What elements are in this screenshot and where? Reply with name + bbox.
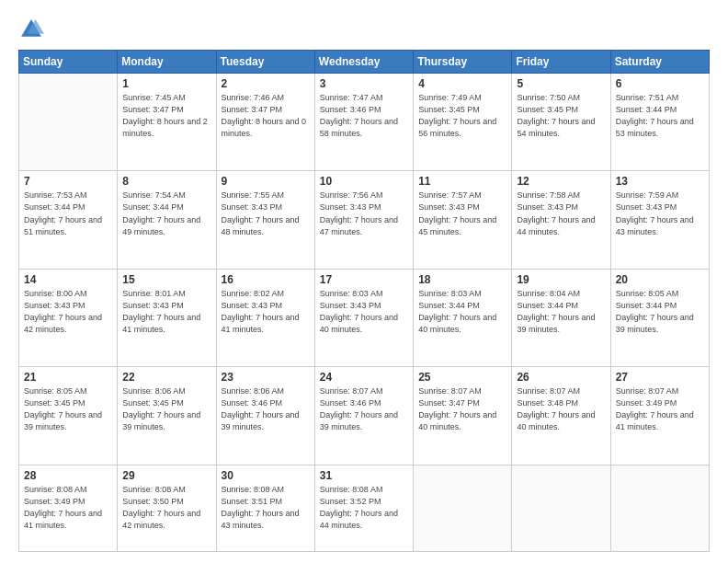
day-info: Sunrise: 8:03 AMSunset: 3:43 PMDaylight:… (320, 288, 408, 336)
day-info: Sunrise: 8:08 AMSunset: 3:50 PMDaylight:… (122, 484, 210, 532)
day-info: Sunrise: 8:08 AMSunset: 3:52 PMDaylight:… (320, 484, 408, 532)
day-info: Sunrise: 7:45 AMSunset: 3:47 PMDaylight:… (122, 92, 210, 140)
week-row-3: 14Sunrise: 8:00 AMSunset: 3:43 PMDayligh… (19, 269, 710, 366)
calendar-cell: 6Sunrise: 7:51 AMSunset: 3:44 PMDaylight… (610, 74, 709, 171)
calendar-cell: 15Sunrise: 8:01 AMSunset: 3:43 PMDayligh… (118, 269, 216, 366)
weekday-header-saturday: Saturday (610, 51, 709, 74)
calendar-cell: 25Sunrise: 8:07 AMSunset: 3:47 PMDayligh… (414, 367, 512, 465)
calendar-cell: 16Sunrise: 8:02 AMSunset: 3:43 PMDayligh… (216, 269, 314, 366)
day-number: 20 (616, 273, 704, 286)
day-info: Sunrise: 7:59 AMSunset: 3:43 PMDaylight:… (616, 190, 704, 237)
day-info: Sunrise: 7:53 AMSunset: 3:44 PMDaylight:… (24, 190, 112, 237)
calendar-cell: 21Sunrise: 8:05 AMSunset: 3:45 PMDayligh… (19, 367, 118, 465)
calendar-cell: 19Sunrise: 8:04 AMSunset: 3:44 PMDayligh… (512, 269, 610, 366)
calendar-cell: 18Sunrise: 8:03 AMSunset: 3:44 PMDayligh… (414, 269, 512, 366)
day-number: 22 (122, 371, 210, 384)
day-info: Sunrise: 7:55 AMSunset: 3:43 PMDaylight:… (222, 190, 310, 237)
day-info: Sunrise: 7:51 AMSunset: 3:44 PMDaylight:… (616, 92, 704, 140)
day-number: 30 (222, 469, 310, 482)
day-info: Sunrise: 7:50 AMSunset: 3:45 PMDaylight:… (517, 92, 605, 140)
day-number: 28 (24, 469, 112, 482)
day-number: 31 (320, 469, 408, 482)
day-number: 21 (24, 371, 112, 384)
logo-icon (18, 17, 44, 42)
day-info: Sunrise: 8:05 AMSunset: 3:44 PMDaylight:… (616, 288, 704, 336)
day-number: 29 (122, 469, 210, 482)
day-number: 23 (222, 371, 310, 384)
day-info: Sunrise: 7:49 AMSunset: 3:45 PMDaylight:… (418, 92, 506, 140)
day-number: 25 (418, 371, 506, 384)
day-number: 12 (517, 175, 605, 188)
calendar-cell: 13Sunrise: 7:59 AMSunset: 3:43 PMDayligh… (610, 171, 709, 269)
day-info: Sunrise: 7:56 AMSunset: 3:43 PMDaylight:… (320, 190, 408, 237)
day-info: Sunrise: 8:02 AMSunset: 3:43 PMDaylight:… (222, 288, 310, 336)
day-number: 8 (122, 175, 210, 188)
day-info: Sunrise: 7:54 AMSunset: 3:44 PMDaylight:… (122, 190, 210, 237)
calendar-cell: 26Sunrise: 8:07 AMSunset: 3:48 PMDayligh… (512, 367, 610, 465)
day-number: 16 (222, 273, 310, 286)
day-number: 3 (320, 77, 408, 90)
day-number: 27 (616, 371, 704, 384)
day-info: Sunrise: 8:08 AMSunset: 3:51 PMDaylight:… (222, 484, 310, 532)
day-number: 5 (517, 77, 605, 90)
calendar-cell: 2Sunrise: 7:46 AMSunset: 3:47 PMDaylight… (216, 74, 314, 171)
day-info: Sunrise: 8:04 AMSunset: 3:44 PMDaylight:… (517, 288, 605, 336)
day-number: 11 (418, 175, 506, 188)
day-info: Sunrise: 8:00 AMSunset: 3:43 PMDaylight:… (24, 288, 112, 336)
calendar-cell: 30Sunrise: 8:08 AMSunset: 3:51 PMDayligh… (216, 465, 314, 551)
calendar-cell: 22Sunrise: 8:06 AMSunset: 3:45 PMDayligh… (118, 367, 216, 465)
calendar-cell: 8Sunrise: 7:54 AMSunset: 3:44 PMDaylight… (118, 171, 216, 269)
calendar-cell (19, 74, 118, 171)
day-number: 7 (24, 175, 112, 188)
weekday-header-monday: Monday (118, 51, 216, 74)
weekday-header-friday: Friday (512, 51, 610, 74)
week-row-1: 1Sunrise: 7:45 AMSunset: 3:47 PMDaylight… (19, 74, 710, 171)
header (18, 17, 710, 42)
calendar-cell: 14Sunrise: 8:00 AMSunset: 3:43 PMDayligh… (19, 269, 118, 366)
day-number: 1 (122, 77, 210, 90)
day-info: Sunrise: 8:07 AMSunset: 3:48 PMDaylight:… (517, 385, 605, 433)
day-number: 24 (320, 371, 408, 384)
weekday-header-thursday: Thursday (414, 51, 512, 74)
calendar-cell: 4Sunrise: 7:49 AMSunset: 3:45 PMDaylight… (414, 74, 512, 171)
calendar-cell: 24Sunrise: 8:07 AMSunset: 3:46 PMDayligh… (314, 367, 413, 465)
day-info: Sunrise: 8:07 AMSunset: 3:46 PMDaylight:… (320, 385, 408, 433)
day-info: Sunrise: 7:47 AMSunset: 3:46 PMDaylight:… (320, 92, 408, 140)
logo (18, 17, 48, 42)
day-number: 26 (517, 371, 605, 384)
day-info: Sunrise: 8:03 AMSunset: 3:44 PMDaylight:… (418, 288, 506, 336)
calendar-cell: 12Sunrise: 7:58 AMSunset: 3:43 PMDayligh… (512, 171, 610, 269)
calendar-cell: 3Sunrise: 7:47 AMSunset: 3:46 PMDaylight… (314, 74, 413, 171)
day-number: 14 (24, 273, 112, 286)
day-info: Sunrise: 7:46 AMSunset: 3:47 PMDaylight:… (222, 92, 310, 140)
day-number: 15 (122, 273, 210, 286)
calendar-cell: 17Sunrise: 8:03 AMSunset: 3:43 PMDayligh… (314, 269, 413, 366)
day-info: Sunrise: 8:07 AMSunset: 3:47 PMDaylight:… (418, 385, 506, 433)
day-number: 13 (616, 175, 704, 188)
week-row-5: 28Sunrise: 8:08 AMSunset: 3:49 PMDayligh… (19, 465, 710, 551)
calendar-cell: 28Sunrise: 8:08 AMSunset: 3:49 PMDayligh… (19, 465, 118, 551)
weekday-header-tuesday: Tuesday (216, 51, 314, 74)
day-info: Sunrise: 7:58 AMSunset: 3:43 PMDaylight:… (517, 190, 605, 237)
day-number: 4 (418, 77, 506, 90)
calendar-cell: 20Sunrise: 8:05 AMSunset: 3:44 PMDayligh… (610, 269, 709, 366)
day-info: Sunrise: 8:05 AMSunset: 3:45 PMDaylight:… (24, 385, 112, 433)
calendar-cell: 7Sunrise: 7:53 AMSunset: 3:44 PMDaylight… (19, 171, 118, 269)
calendar: SundayMondayTuesdayWednesdayThursdayFrid… (18, 50, 710, 552)
day-info: Sunrise: 8:07 AMSunset: 3:49 PMDaylight:… (616, 385, 704, 433)
day-number: 2 (222, 77, 310, 90)
day-info: Sunrise: 8:06 AMSunset: 3:45 PMDaylight:… (122, 385, 210, 433)
day-info: Sunrise: 8:06 AMSunset: 3:46 PMDaylight:… (222, 385, 310, 433)
calendar-cell: 29Sunrise: 8:08 AMSunset: 3:50 PMDayligh… (118, 465, 216, 551)
week-row-2: 7Sunrise: 7:53 AMSunset: 3:44 PMDaylight… (19, 171, 710, 269)
calendar-cell: 10Sunrise: 7:56 AMSunset: 3:43 PMDayligh… (314, 171, 413, 269)
calendar-cell (414, 465, 512, 551)
page: SundayMondayTuesdayWednesdayThursdayFrid… (0, 0, 728, 563)
calendar-cell: 9Sunrise: 7:55 AMSunset: 3:43 PMDaylight… (216, 171, 314, 269)
day-number: 17 (320, 273, 408, 286)
day-number: 6 (616, 77, 704, 90)
weekday-header-row: SundayMondayTuesdayWednesdayThursdayFrid… (19, 51, 710, 74)
calendar-cell: 11Sunrise: 7:57 AMSunset: 3:43 PMDayligh… (414, 171, 512, 269)
weekday-header-sunday: Sunday (19, 51, 118, 74)
calendar-cell (512, 465, 610, 551)
